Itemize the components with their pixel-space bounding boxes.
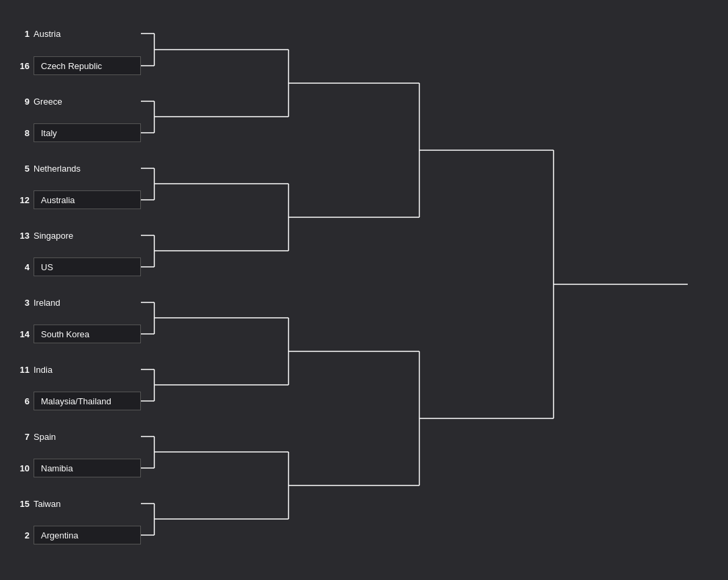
team-name: Malaysia/Thailand [34, 392, 141, 410]
team-name: Ireland [34, 293, 60, 312]
team-seed: 3 [15, 298, 34, 308]
team-seed: 11 [15, 365, 34, 375]
team-seed: 16 [15, 61, 34, 71]
team-entry-13: 13Singapore [15, 226, 73, 245]
team-name: Namibia [34, 459, 141, 477]
team-entry-2: 2Argentina [15, 526, 141, 544]
team-entry-10: 10Namibia [15, 459, 141, 477]
team-name: Czech Republic [34, 56, 141, 75]
team-seed: 15 [15, 499, 34, 509]
team-name: Australia [34, 190, 141, 209]
team-seed: 12 [15, 195, 34, 205]
team-seed: 4 [15, 262, 34, 272]
team-seed: 9 [15, 97, 34, 107]
team-entry-1: 1Austria [15, 24, 60, 43]
team-entry-11: 11India [15, 360, 52, 379]
team-entry-8: 8Italy [15, 123, 141, 142]
team-seed: 13 [15, 231, 34, 241]
team-entry-12: 12Australia [15, 190, 141, 209]
team-entry-4: 4US [15, 257, 141, 276]
team-entry-6: 6Malaysia/Thailand [15, 392, 141, 410]
team-entry-16: 16Czech Republic [15, 56, 141, 75]
bracket-container: 1Austria16Czech Republic9Greece8Italy5Ne… [0, 0, 728, 580]
team-entry-7: 7Spain [15, 427, 56, 446]
team-name: India [34, 360, 52, 379]
team-entry-9: 9Greece [15, 92, 62, 111]
team-name: South Korea [34, 325, 141, 343]
team-seed: 1 [15, 29, 34, 39]
team-name: Singapore [34, 226, 73, 245]
team-name: US [34, 257, 141, 276]
team-name: Greece [34, 92, 62, 111]
team-entry-5: 5Netherlands [15, 159, 81, 178]
team-entry-14: 14South Korea [15, 325, 141, 343]
team-name: Argentina [34, 526, 141, 544]
team-seed: 14 [15, 329, 34, 339]
team-seed: 6 [15, 396, 34, 406]
bracket-lines [0, 0, 728, 580]
team-name: Spain [34, 427, 56, 446]
team-seed: 2 [15, 530, 34, 540]
team-seed: 7 [15, 432, 34, 442]
team-name: Austria [34, 24, 60, 43]
team-entry-15: 15Taiwan [15, 494, 60, 513]
team-seed: 5 [15, 164, 34, 174]
team-name: Taiwan [34, 494, 60, 513]
team-name: Netherlands [34, 159, 81, 178]
team-entry-3: 3Ireland [15, 293, 60, 312]
team-name: Italy [34, 123, 141, 142]
team-seed: 10 [15, 463, 34, 473]
team-seed: 8 [15, 128, 34, 138]
